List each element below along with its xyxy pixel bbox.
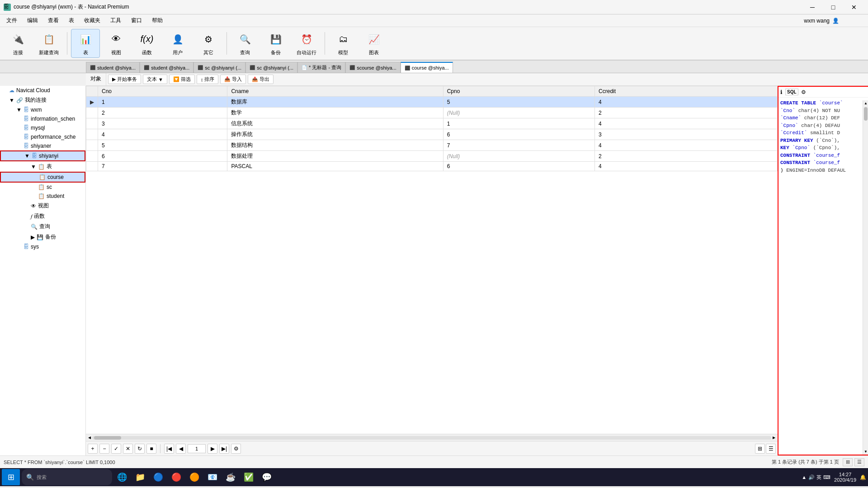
- menu-favorites[interactable]: 收藏夹: [80, 16, 105, 25]
- tool-view[interactable]: 👁 视图: [102, 29, 131, 58]
- list-view-status-btn[interactable]: ☰: [854, 458, 864, 466]
- col-header-cpno[interactable]: Cpno: [443, 86, 594, 97]
- text-button[interactable]: 文本 ▼: [143, 75, 167, 84]
- sidebar-db-info[interactable]: 🗄 information_schen: [0, 114, 85, 123]
- cell-ccredit[interactable]: 4: [595, 118, 778, 129]
- sql-panel-scrollbar[interactable]: ▲ ▼: [863, 100, 868, 455]
- tray-volume[interactable]: 🔊: [808, 474, 815, 480]
- sidebar-views[interactable]: 👁 视图: [0, 201, 85, 211]
- menu-window[interactable]: 窗口: [127, 16, 146, 25]
- cell-cpno[interactable]: (Null): [443, 108, 594, 118]
- sort-button[interactable]: ↕ 排序: [197, 75, 219, 84]
- cell-cno[interactable]: 2: [98, 108, 227, 118]
- table-row[interactable]: 5 数据结构 7 4: [86, 140, 778, 151]
- tool-new-query[interactable]: 📋 新建查询: [34, 29, 63, 58]
- col-header-cname[interactable]: Cname: [227, 86, 443, 97]
- tool-chart[interactable]: 📈 图表: [359, 29, 388, 58]
- tool-connect[interactable]: 🔌 连接: [4, 29, 33, 58]
- cell-cno[interactable]: 3: [98, 118, 227, 129]
- v-scroll-thumb[interactable]: [864, 107, 868, 121]
- scroll-right-arrow[interactable]: ▶: [771, 435, 777, 440]
- cell-ccredit[interactable]: 2: [595, 108, 778, 118]
- tool-other[interactable]: ⚙ 其它: [194, 29, 223, 58]
- cell-ccredit[interactable]: 3: [595, 129, 778, 140]
- tool-function[interactable]: f(x) 函数: [132, 29, 161, 58]
- sidebar-my-connections[interactable]: ▼ 🔗 我的连接: [0, 95, 85, 105]
- object-tab[interactable]: 对象: [86, 73, 106, 85]
- list-view-button[interactable]: ☰: [766, 444, 776, 454]
- tab-student-2[interactable]: ⬛ student @shiya...: [140, 62, 193, 73]
- menu-tools[interactable]: 工具: [106, 16, 126, 25]
- cell-cpno[interactable]: 6: [443, 162, 594, 171]
- cell-cname[interactable]: 信息系统: [227, 118, 443, 129]
- scroll-down-arrow[interactable]: ▼: [863, 449, 868, 455]
- tab-sc-2[interactable]: ⬛ sc @shiyanyi (...: [245, 62, 297, 73]
- sidebar-functions[interactable]: 𝑓 函数: [0, 211, 85, 221]
- tool-query[interactable]: 🔍 查询: [231, 29, 259, 58]
- settings-button[interactable]: ⚙: [231, 444, 241, 454]
- menu-edit[interactable]: 编辑: [23, 16, 42, 25]
- tab-sc-1[interactable]: ⬛ sc @shiyanyi (...: [193, 62, 245, 73]
- cell-cpno[interactable]: (Null): [443, 151, 594, 162]
- sidebar-table-course[interactable]: 📋 course: [0, 172, 85, 183]
- sidebar-table-sc[interactable]: 📋 sc: [0, 183, 85, 192]
- cell-cno[interactable]: 1: [98, 97, 227, 108]
- refresh-button[interactable]: ↻: [135, 444, 145, 454]
- taskbar-email[interactable]: 📧: [204, 469, 221, 485]
- cell-cname[interactable]: 数据处理: [227, 151, 443, 162]
- scroll-left-arrow[interactable]: ◀: [87, 435, 92, 440]
- sidebar-table-student[interactable]: 📋 student: [0, 192, 85, 201]
- sidebar-db-sys[interactable]: 🗄 sys: [0, 242, 85, 251]
- windows-start-button[interactable]: ⊞: [2, 469, 20, 485]
- sidebar-queries[interactable]: 🔍 查询: [0, 221, 85, 232]
- grid-view-status-btn[interactable]: ⊞: [843, 458, 853, 466]
- menu-file[interactable]: 文件: [2, 16, 22, 25]
- sidebar-cloud[interactable]: ☁ Navicat Cloud: [0, 86, 85, 95]
- taskbar-wechat[interactable]: 💬: [259, 469, 275, 485]
- close-button[interactable]: ✕: [844, 0, 864, 14]
- cell-ccredit[interactable]: 2: [595, 151, 778, 162]
- tool-user[interactable]: 👤 用户: [163, 29, 192, 58]
- menu-view[interactable]: 查看: [43, 16, 63, 25]
- sidebar-wxm[interactable]: ▼ 🗄 wxm: [0, 105, 85, 114]
- sidebar-tables[interactable]: ▼ 📋 表: [0, 161, 85, 172]
- cell-cname[interactable]: 数学: [227, 108, 443, 118]
- table-row[interactable]: 4 操作系统 6 3: [86, 129, 778, 140]
- last-page-button[interactable]: ▶|: [219, 444, 229, 454]
- delete-record-button[interactable]: −: [99, 444, 109, 454]
- stop-button[interactable]: ■: [146, 444, 156, 454]
- cell-cpno[interactable]: 7: [443, 140, 594, 151]
- taskbar-ie[interactable]: 🔵: [150, 469, 166, 485]
- cell-ccredit[interactable]: 4: [595, 97, 778, 108]
- settings-icon[interactable]: ⚙: [801, 89, 806, 95]
- tool-backup[interactable]: 💾 备份: [261, 29, 290, 58]
- table-row[interactable]: 6 数据处理 (Null) 2: [86, 151, 778, 162]
- cell-cname[interactable]: 数据库: [227, 97, 443, 108]
- cell-cno[interactable]: 6: [98, 151, 227, 162]
- h-scroll-thumb[interactable]: [94, 436, 121, 440]
- table-row[interactable]: 7 PASCAL 6 4: [86, 162, 778, 171]
- taskbar-browser[interactable]: 🌐: [114, 469, 130, 485]
- cell-cname[interactable]: PASCAL: [227, 162, 443, 171]
- confirm-button[interactable]: ✓: [111, 444, 121, 454]
- cell-ccredit[interactable]: 4: [595, 140, 778, 151]
- next-page-button[interactable]: ▶: [208, 444, 217, 454]
- cell-cno[interactable]: 5: [98, 140, 227, 151]
- taskbar-java[interactable]: ☕: [222, 469, 239, 485]
- sql-icon[interactable]: SQL: [785, 89, 798, 95]
- grid-view-button[interactable]: ⊞: [755, 444, 765, 454]
- filter-button[interactable]: 🔽 筛选: [169, 75, 195, 84]
- prev-page-button[interactable]: ◀: [176, 444, 186, 454]
- cell-ccredit[interactable]: 4: [595, 162, 778, 171]
- cell-cno[interactable]: 4: [98, 129, 227, 140]
- data-table-wrapper[interactable]: Cno Cname Cpno Ccredit ▶ 1 数据库 5 4: [86, 86, 778, 434]
- tab-course[interactable]: ⬛ course @shiya...: [401, 62, 453, 73]
- info-icon[interactable]: ℹ: [780, 89, 783, 95]
- sidebar-db-perf[interactable]: 🗄 performance_sche: [0, 132, 85, 141]
- sidebar-backup[interactable]: ▶ 💾 备份: [0, 232, 85, 242]
- taskbar-explorer[interactable]: 📁: [132, 469, 148, 485]
- cell-cpno[interactable]: 1: [443, 118, 594, 129]
- sidebar-db-shiyaner[interactable]: 🗄 shiyaner: [0, 141, 85, 150]
- cell-cname[interactable]: 操作系统: [227, 129, 443, 140]
- notification-icon[interactable]: 🔔: [860, 474, 866, 480]
